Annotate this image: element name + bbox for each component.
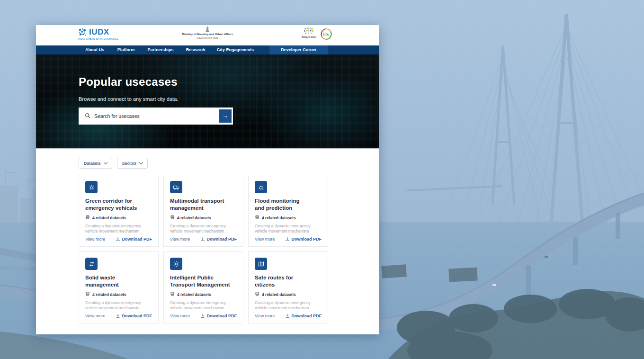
page-title: Popular usecases — [79, 75, 178, 89]
related-datasets-count: 4 related datasets — [262, 215, 296, 220]
card-title: Intelligent PublicTransport Management — [170, 274, 237, 288]
smart-city-butterfly-icon — [303, 27, 314, 35]
usecase-card[interactable]: Solid wastemanagement 4 related datasets… — [79, 251, 159, 323]
view-more-link[interactable]: View more — [170, 314, 190, 318]
download-pdf-link[interactable]: Download PDF — [200, 314, 237, 318]
download-pdf-link[interactable]: Download PDF — [116, 237, 152, 242]
card-description: Creating a dynamic emergency vehicle mov… — [170, 224, 239, 234]
iisc-label: IISc — [323, 32, 330, 36]
datasets-icon — [85, 215, 90, 221]
download-icon — [200, 314, 205, 318]
flood-icon — [255, 181, 267, 193]
card-title: Flood monitoringand prediction — [255, 197, 322, 212]
usecase-card[interactable]: Multimodal transportmanagement 4 related… — [163, 175, 243, 247]
download-icon — [285, 237, 290, 242]
hero-subtitle: Browse and connect to any smart city dat… — [79, 96, 178, 102]
partner-logos: Smart City IISc — [302, 27, 333, 41]
truck-icon — [170, 181, 182, 193]
usecases-content: DatasetsSectors Green corridor foremerge… — [36, 149, 379, 334]
usecase-card[interactable]: Green corridor foremergency vehicals 4 r… — [79, 175, 159, 247]
datasets-icon — [170, 291, 175, 297]
download-icon — [200, 237, 205, 242]
view-more-link[interactable]: View more — [85, 237, 105, 242]
iudx-website-window: IUDX INDIA URBAN DATA EXCHANGE Ministry … — [36, 25, 379, 334]
download-pdf-link[interactable]: Download PDF — [285, 237, 322, 242]
iudx-logo[interactable]: IUDX INDIA URBAN DATA EXCHANGE — [78, 27, 118, 40]
usecase-card[interactable]: Flood monitoringand prediction 4 related… — [248, 175, 328, 247]
view-more-link[interactable]: View more — [170, 237, 190, 242]
card-description: Creating a dynamic emergency vehicle mov… — [85, 224, 154, 234]
usecase-card[interactable]: Intelligent PublicTransport Management 4… — [163, 251, 243, 323]
filter-bar: DatasetsSectors — [79, 158, 148, 169]
iisc-logo: IISc — [319, 27, 333, 41]
nav-item-partnerships[interactable]: Partnerships — [147, 45, 173, 54]
download-pdf-link[interactable]: Download PDF — [200, 237, 237, 242]
iudx-logo-text: IUDX — [89, 27, 109, 37]
nav-item-about-us[interactable]: About Us — [85, 45, 104, 54]
related-datasets-count: 4 related datasets — [262, 292, 296, 297]
card-title: Solid wastemanagement — [85, 274, 152, 288]
card-description: Creating a dynamic emergency vehicle mov… — [85, 300, 154, 311]
nav-item-developer-corner[interactable]: Developer Corner — [269, 45, 328, 54]
card-description: Creating a dynamic emergency vehicle mov… — [170, 300, 239, 311]
related-datasets-count: 4 related datasets — [92, 292, 126, 297]
site-header: IUDX INDIA URBAN DATA EXCHANGE Ministry … — [36, 25, 379, 45]
hero-banner: Popular usecases Browse and connect to a… — [36, 54, 379, 149]
chevron-down-icon — [139, 161, 143, 164]
datasets-icon — [170, 215, 175, 221]
usecase-card[interactable]: Safe routes forcitizens 4 related datase… — [248, 251, 328, 323]
datasets-icon — [255, 291, 259, 297]
filter-dropdown-datasets[interactable]: Datasets — [79, 158, 112, 169]
card-title: Green corridor foremergency vehicals — [85, 197, 152, 212]
download-icon — [285, 314, 290, 318]
chevron-down-icon — [103, 161, 107, 164]
download-pdf-link[interactable]: Download PDF — [116, 314, 152, 318]
related-datasets-count: 4 related datasets — [177, 215, 211, 220]
map-icon — [255, 258, 267, 270]
ministry-name: Ministry of Housing and Urban Affairs — [182, 33, 233, 36]
download-pdf-link[interactable]: Download PDF — [285, 314, 322, 318]
download-icon — [116, 314, 120, 318]
related-datasets-count: 4 related datasets — [92, 215, 126, 220]
siren-icon — [85, 181, 98, 193]
search-input[interactable] — [80, 108, 219, 124]
view-more-link[interactable]: View more — [85, 314, 105, 318]
search-icon — [84, 112, 91, 121]
smart-city-logo: Smart City — [302, 27, 316, 38]
smart-city-label: Smart City — [302, 36, 316, 38]
datasets-icon — [255, 215, 259, 221]
filter-dropdown-sectors[interactable]: Sectors — [117, 158, 148, 169]
usecase-card-grid: Green corridor foremergency vehicals 4 r… — [79, 175, 328, 323]
iudx-dots-logo-icon — [78, 27, 87, 37]
iudx-logo-subtext: INDIA URBAN DATA EXCHANGE — [78, 37, 118, 40]
main-navigation: About UsPlatformPartnershipsResearchCity… — [36, 45, 379, 54]
card-title: Safe routes forcitizens — [255, 274, 322, 288]
filter-label: Sectors — [122, 161, 137, 166]
nav-item-city-engagements[interactable]: City Engagements — [217, 45, 254, 54]
related-datasets-count: 4 related datasets — [177, 292, 211, 297]
download-icon — [116, 237, 120, 242]
datasets-icon — [85, 291, 90, 297]
view-more-link[interactable]: View more — [255, 314, 275, 318]
nav-item-research[interactable]: Research — [186, 45, 206, 54]
search-submit-button[interactable]: → — [219, 109, 232, 123]
nav-item-platform[interactable]: Platform — [117, 45, 135, 54]
iisc-emblem-icon: IISc — [319, 27, 333, 41]
card-title: Multimodal transportmanagement — [170, 197, 237, 212]
gear-icon — [170, 258, 182, 270]
filter-label: Datasets — [84, 161, 101, 166]
ministry-logo: Ministry of Housing and Urban Affairs Go… — [182, 26, 233, 39]
ministry-govt: Government of India — [182, 36, 233, 39]
india-emblem-icon — [205, 26, 210, 33]
usecase-search-bar: → — [79, 108, 233, 125]
view-more-link[interactable]: View more — [255, 237, 275, 242]
card-description: Creating a dynamic emergency vehicle mov… — [255, 224, 324, 234]
card-description: Creating a dynamic emergency vehicle mov… — [255, 300, 324, 311]
recycle-icon — [85, 258, 98, 270]
